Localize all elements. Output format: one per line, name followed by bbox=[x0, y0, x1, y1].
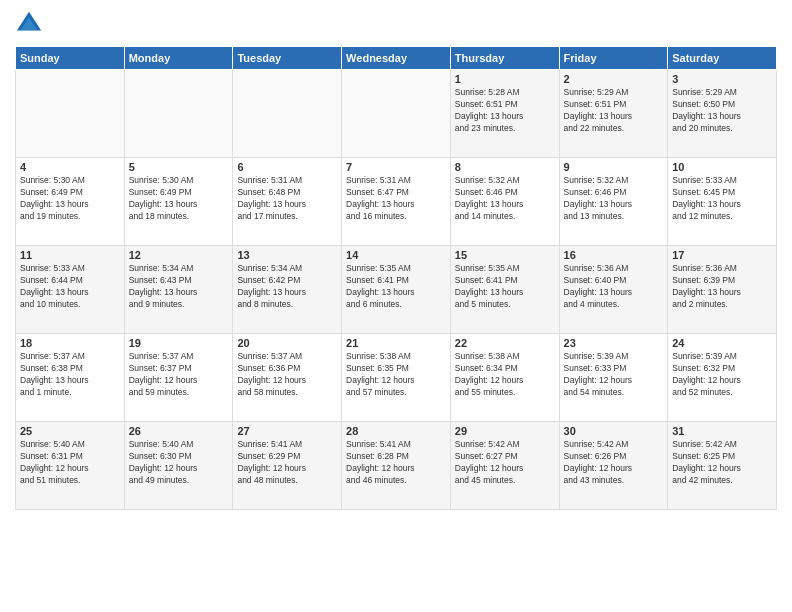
calendar-cell: 10Sunrise: 5:33 AM Sunset: 6:45 PM Dayli… bbox=[668, 158, 777, 246]
calendar-cell: 18Sunrise: 5:37 AM Sunset: 6:38 PM Dayli… bbox=[16, 334, 125, 422]
weekday-header-tuesday: Tuesday bbox=[233, 47, 342, 70]
day-info: Sunrise: 5:36 AM Sunset: 6:39 PM Dayligh… bbox=[672, 263, 772, 311]
day-number: 5 bbox=[129, 161, 229, 173]
day-number: 13 bbox=[237, 249, 337, 261]
day-info: Sunrise: 5:40 AM Sunset: 6:31 PM Dayligh… bbox=[20, 439, 120, 487]
calendar-week-row: 4Sunrise: 5:30 AM Sunset: 6:49 PM Daylig… bbox=[16, 158, 777, 246]
day-number: 7 bbox=[346, 161, 446, 173]
day-info: Sunrise: 5:30 AM Sunset: 6:49 PM Dayligh… bbox=[20, 175, 120, 223]
day-info: Sunrise: 5:39 AM Sunset: 6:32 PM Dayligh… bbox=[672, 351, 772, 399]
calendar-table: SundayMondayTuesdayWednesdayThursdayFrid… bbox=[15, 46, 777, 510]
day-info: Sunrise: 5:42 AM Sunset: 6:25 PM Dayligh… bbox=[672, 439, 772, 487]
day-info: Sunrise: 5:37 AM Sunset: 6:38 PM Dayligh… bbox=[20, 351, 120, 399]
calendar-week-row: 1Sunrise: 5:28 AM Sunset: 6:51 PM Daylig… bbox=[16, 70, 777, 158]
day-number: 3 bbox=[672, 73, 772, 85]
calendar-cell: 15Sunrise: 5:35 AM Sunset: 6:41 PM Dayli… bbox=[450, 246, 559, 334]
calendar-cell bbox=[16, 70, 125, 158]
page: SundayMondayTuesdayWednesdayThursdayFrid… bbox=[0, 0, 792, 612]
day-number: 25 bbox=[20, 425, 120, 437]
day-number: 29 bbox=[455, 425, 555, 437]
day-info: Sunrise: 5:32 AM Sunset: 6:46 PM Dayligh… bbox=[455, 175, 555, 223]
day-number: 10 bbox=[672, 161, 772, 173]
day-number: 17 bbox=[672, 249, 772, 261]
calendar-cell: 16Sunrise: 5:36 AM Sunset: 6:40 PM Dayli… bbox=[559, 246, 668, 334]
calendar-cell: 21Sunrise: 5:38 AM Sunset: 6:35 PM Dayli… bbox=[342, 334, 451, 422]
calendar-week-row: 11Sunrise: 5:33 AM Sunset: 6:44 PM Dayli… bbox=[16, 246, 777, 334]
calendar-cell: 28Sunrise: 5:41 AM Sunset: 6:28 PM Dayli… bbox=[342, 422, 451, 510]
calendar-cell: 26Sunrise: 5:40 AM Sunset: 6:30 PM Dayli… bbox=[124, 422, 233, 510]
day-number: 27 bbox=[237, 425, 337, 437]
day-info: Sunrise: 5:33 AM Sunset: 6:44 PM Dayligh… bbox=[20, 263, 120, 311]
calendar-cell: 5Sunrise: 5:30 AM Sunset: 6:49 PM Daylig… bbox=[124, 158, 233, 246]
day-info: Sunrise: 5:38 AM Sunset: 6:35 PM Dayligh… bbox=[346, 351, 446, 399]
calendar-cell: 19Sunrise: 5:37 AM Sunset: 6:37 PM Dayli… bbox=[124, 334, 233, 422]
calendar-cell: 8Sunrise: 5:32 AM Sunset: 6:46 PM Daylig… bbox=[450, 158, 559, 246]
calendar-cell: 20Sunrise: 5:37 AM Sunset: 6:36 PM Dayli… bbox=[233, 334, 342, 422]
day-info: Sunrise: 5:35 AM Sunset: 6:41 PM Dayligh… bbox=[346, 263, 446, 311]
calendar-cell: 24Sunrise: 5:39 AM Sunset: 6:32 PM Dayli… bbox=[668, 334, 777, 422]
calendar-cell: 27Sunrise: 5:41 AM Sunset: 6:29 PM Dayli… bbox=[233, 422, 342, 510]
calendar-cell: 3Sunrise: 5:29 AM Sunset: 6:50 PM Daylig… bbox=[668, 70, 777, 158]
day-number: 1 bbox=[455, 73, 555, 85]
day-info: Sunrise: 5:36 AM Sunset: 6:40 PM Dayligh… bbox=[564, 263, 664, 311]
day-info: Sunrise: 5:32 AM Sunset: 6:46 PM Dayligh… bbox=[564, 175, 664, 223]
day-info: Sunrise: 5:40 AM Sunset: 6:30 PM Dayligh… bbox=[129, 439, 229, 487]
day-info: Sunrise: 5:31 AM Sunset: 6:48 PM Dayligh… bbox=[237, 175, 337, 223]
calendar-week-row: 25Sunrise: 5:40 AM Sunset: 6:31 PM Dayli… bbox=[16, 422, 777, 510]
day-info: Sunrise: 5:29 AM Sunset: 6:51 PM Dayligh… bbox=[564, 87, 664, 135]
day-info: Sunrise: 5:34 AM Sunset: 6:43 PM Dayligh… bbox=[129, 263, 229, 311]
calendar-cell bbox=[342, 70, 451, 158]
day-info: Sunrise: 5:35 AM Sunset: 6:41 PM Dayligh… bbox=[455, 263, 555, 311]
weekday-header-row: SundayMondayTuesdayWednesdayThursdayFrid… bbox=[16, 47, 777, 70]
logo bbox=[15, 10, 47, 38]
calendar-cell: 17Sunrise: 5:36 AM Sunset: 6:39 PM Dayli… bbox=[668, 246, 777, 334]
calendar-week-row: 18Sunrise: 5:37 AM Sunset: 6:38 PM Dayli… bbox=[16, 334, 777, 422]
calendar-cell: 31Sunrise: 5:42 AM Sunset: 6:25 PM Dayli… bbox=[668, 422, 777, 510]
weekday-header-sunday: Sunday bbox=[16, 47, 125, 70]
day-number: 22 bbox=[455, 337, 555, 349]
calendar-cell: 11Sunrise: 5:33 AM Sunset: 6:44 PM Dayli… bbox=[16, 246, 125, 334]
day-number: 21 bbox=[346, 337, 446, 349]
day-number: 23 bbox=[564, 337, 664, 349]
day-info: Sunrise: 5:37 AM Sunset: 6:36 PM Dayligh… bbox=[237, 351, 337, 399]
calendar-cell: 13Sunrise: 5:34 AM Sunset: 6:42 PM Dayli… bbox=[233, 246, 342, 334]
calendar-cell bbox=[233, 70, 342, 158]
calendar-cell: 14Sunrise: 5:35 AM Sunset: 6:41 PM Dayli… bbox=[342, 246, 451, 334]
weekday-header-wednesday: Wednesday bbox=[342, 47, 451, 70]
day-info: Sunrise: 5:33 AM Sunset: 6:45 PM Dayligh… bbox=[672, 175, 772, 223]
day-number: 9 bbox=[564, 161, 664, 173]
day-number: 11 bbox=[20, 249, 120, 261]
day-number: 14 bbox=[346, 249, 446, 261]
day-number: 4 bbox=[20, 161, 120, 173]
calendar-cell: 23Sunrise: 5:39 AM Sunset: 6:33 PM Dayli… bbox=[559, 334, 668, 422]
day-number: 26 bbox=[129, 425, 229, 437]
calendar-cell: 22Sunrise: 5:38 AM Sunset: 6:34 PM Dayli… bbox=[450, 334, 559, 422]
day-info: Sunrise: 5:42 AM Sunset: 6:26 PM Dayligh… bbox=[564, 439, 664, 487]
weekday-header-thursday: Thursday bbox=[450, 47, 559, 70]
weekday-header-monday: Monday bbox=[124, 47, 233, 70]
day-info: Sunrise: 5:28 AM Sunset: 6:51 PM Dayligh… bbox=[455, 87, 555, 135]
day-info: Sunrise: 5:38 AM Sunset: 6:34 PM Dayligh… bbox=[455, 351, 555, 399]
day-number: 12 bbox=[129, 249, 229, 261]
header bbox=[15, 10, 777, 38]
day-number: 8 bbox=[455, 161, 555, 173]
day-info: Sunrise: 5:37 AM Sunset: 6:37 PM Dayligh… bbox=[129, 351, 229, 399]
day-info: Sunrise: 5:42 AM Sunset: 6:27 PM Dayligh… bbox=[455, 439, 555, 487]
calendar-cell: 9Sunrise: 5:32 AM Sunset: 6:46 PM Daylig… bbox=[559, 158, 668, 246]
day-number: 18 bbox=[20, 337, 120, 349]
day-number: 28 bbox=[346, 425, 446, 437]
day-number: 16 bbox=[564, 249, 664, 261]
weekday-header-saturday: Saturday bbox=[668, 47, 777, 70]
day-number: 31 bbox=[672, 425, 772, 437]
calendar-cell: 6Sunrise: 5:31 AM Sunset: 6:48 PM Daylig… bbox=[233, 158, 342, 246]
calendar-cell: 30Sunrise: 5:42 AM Sunset: 6:26 PM Dayli… bbox=[559, 422, 668, 510]
day-info: Sunrise: 5:29 AM Sunset: 6:50 PM Dayligh… bbox=[672, 87, 772, 135]
day-info: Sunrise: 5:31 AM Sunset: 6:47 PM Dayligh… bbox=[346, 175, 446, 223]
day-number: 2 bbox=[564, 73, 664, 85]
calendar-cell: 1Sunrise: 5:28 AM Sunset: 6:51 PM Daylig… bbox=[450, 70, 559, 158]
weekday-header-friday: Friday bbox=[559, 47, 668, 70]
day-number: 20 bbox=[237, 337, 337, 349]
day-info: Sunrise: 5:34 AM Sunset: 6:42 PM Dayligh… bbox=[237, 263, 337, 311]
calendar-cell: 25Sunrise: 5:40 AM Sunset: 6:31 PM Dayli… bbox=[16, 422, 125, 510]
day-info: Sunrise: 5:41 AM Sunset: 6:28 PM Dayligh… bbox=[346, 439, 446, 487]
